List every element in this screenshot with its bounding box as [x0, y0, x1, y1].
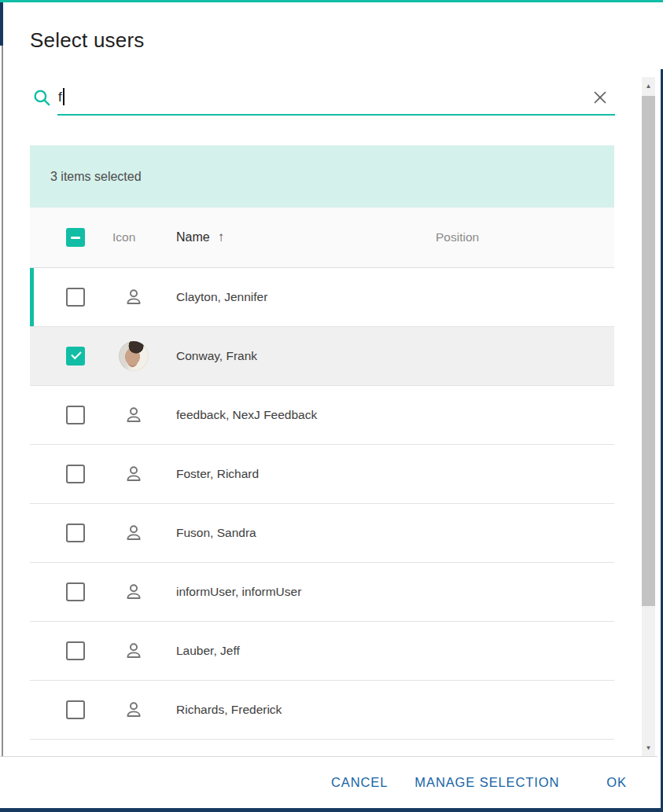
person-icon: [123, 641, 144, 661]
selection-banner: 3 items selected: [30, 145, 614, 208]
page-bottom-edge: [0, 808, 663, 812]
person-icon: [123, 700, 144, 720]
column-header-name[interactable]: Name↑: [176, 230, 224, 245]
selection-banner-text: 3 items selected: [50, 170, 142, 184]
column-header-icon: Icon: [112, 230, 135, 244]
user-name: Clayton, Jennifer: [176, 290, 267, 304]
row-checkbox[interactable]: [66, 700, 85, 719]
row-checkbox[interactable]: [66, 406, 85, 424]
user-name: Richards, Frederick: [176, 703, 282, 717]
search-field[interactable]: f: [30, 82, 615, 116]
user-name: Foster, Richard: [176, 467, 259, 481]
table-row[interactable]: Foster, Richard: [30, 445, 614, 504]
user-name: informUser, informUser: [176, 585, 301, 599]
table-row[interactable]: Shaw, Thomas: [30, 740, 614, 756]
person-icon: [123, 405, 144, 425]
manage-selection-button[interactable]: MANAGE SELECTION: [414, 775, 559, 790]
dialog-footer: CANCEL MANAGE SELECTION OK: [0, 757, 627, 808]
vertical-scrollbar[interactable]: ▲ ▼: [642, 77, 655, 756]
close-icon[interactable]: [590, 87, 610, 108]
ok-button[interactable]: OK: [606, 775, 627, 790]
avatar: [119, 341, 149, 371]
table-body: Clayton, Jennifer Conway, Frank feedback…: [30, 268, 614, 756]
person-icon: [123, 287, 144, 307]
sort-ascending-icon: ↑: [218, 230, 225, 244]
table-header-row: Icon Name↑ Position: [30, 208, 614, 268]
select-all-checkbox[interactable]: [66, 228, 85, 247]
table-row[interactable]: Conway, Frank: [30, 327, 614, 386]
search-input[interactable]: f: [58, 88, 64, 105]
table-row[interactable]: Lauber, Jeff: [30, 622, 614, 681]
page-top-accent-bar: [0, 0, 663, 2]
row-checkbox[interactable]: [66, 524, 85, 542]
table-row[interactable]: Richards, Frederick: [30, 681, 614, 740]
table-row[interactable]: feedback, NexJ Feedback: [30, 386, 614, 445]
page-background-edge: [0, 2, 3, 46]
row-checkbox[interactable]: [66, 641, 85, 660]
search-icon: [31, 87, 52, 108]
cancel-button[interactable]: CANCEL: [331, 775, 388, 790]
user-name: feedback, NexJ Feedback: [176, 408, 317, 422]
table-row[interactable]: Clayton, Jennifer: [30, 268, 614, 327]
person-icon: [123, 464, 144, 484]
dialog-left-border: [2, 46, 3, 774]
table-row[interactable]: informUser, informUser: [30, 563, 614, 622]
row-checkbox[interactable]: [66, 465, 85, 483]
row-checkbox[interactable]: [66, 347, 85, 366]
text-caret: [63, 88, 64, 105]
focused-row-indicator: [30, 268, 34, 326]
dialog-title: Select users: [30, 28, 144, 53]
row-checkbox[interactable]: [66, 582, 85, 601]
scroll-up-arrow-icon[interactable]: ▲: [642, 77, 655, 94]
row-checkbox[interactable]: [66, 288, 85, 307]
user-name: Fuson, Sandra: [176, 526, 256, 540]
person-icon: [123, 582, 144, 602]
user-table: 3 items selected Icon Name↑ Position Cla…: [30, 145, 614, 756]
scrollbar-thumb[interactable]: [642, 96, 655, 606]
user-name: Lauber, Jeff: [176, 644, 240, 658]
column-header-position: Position: [436, 230, 479, 244]
user-name: Conway, Frank: [176, 349, 257, 363]
search-underline: [57, 114, 615, 116]
person-icon: [123, 523, 144, 543]
scroll-down-arrow-icon[interactable]: ▼: [642, 739, 655, 756]
table-row[interactable]: Fuson, Sandra: [30, 504, 614, 563]
